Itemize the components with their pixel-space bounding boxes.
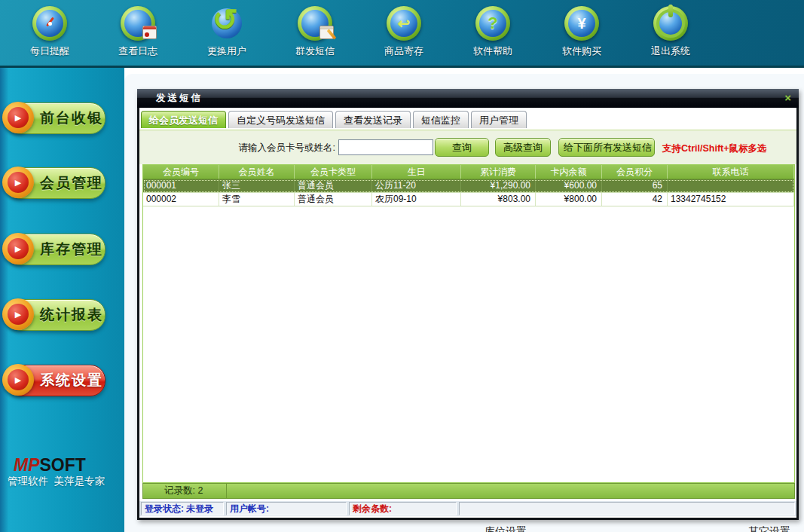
topbar-item-label: 软件帮助	[473, 44, 512, 58]
play-icon: ▶	[2, 233, 34, 264]
advanced-query-button[interactable]: 高级查询	[495, 138, 551, 157]
window-titlebar[interactable]: 发送短信 ×	[137, 89, 799, 108]
table-cell: 42	[602, 193, 668, 206]
record-count-label: 记录数: 2	[164, 485, 203, 497]
table-cell: ¥800.00	[536, 193, 602, 206]
slogan-text: 管理软件 美萍是专家	[8, 475, 105, 488]
top-toolbar: 每日提醒查看日志↺更换用户群发短信↩商品寄存?软件帮助¥软件购买退出系统	[0, 0, 804, 68]
table-cell: ¥600.00	[536, 179, 602, 192]
play-icon: ▶	[2, 364, 34, 396]
topbar-item-5[interactable]: ↩商品寄存	[370, 6, 438, 58]
search-input[interactable]	[338, 139, 433, 155]
table-cell: ¥803.00	[461, 193, 536, 206]
table-cell: 公历11-20	[372, 179, 461, 192]
sidebar-button-2[interactable]: ▶会员管理	[6, 167, 105, 199]
clock-icon	[32, 6, 67, 41]
goods-storage-icon: ↩	[387, 6, 421, 41]
topbar-item-7[interactable]: ¥软件购买	[548, 6, 616, 58]
query-button[interactable]: 查询	[435, 138, 489, 157]
table-row[interactable]: 000001张三普通会员公历11-20¥1,290.00¥600.0065	[143, 179, 794, 193]
tab-1[interactable]: 给会员发送短信	[141, 111, 226, 128]
window-content: 给会员发送短信自定义号码发送短信查看发送记录短信监控用户管理 请输入会员卡号或姓…	[139, 108, 796, 518]
table-cell: 普通会员	[295, 193, 372, 206]
table-cell: 普通会员	[295, 179, 372, 192]
bg-label-other-settings: 其它设置	[748, 525, 790, 532]
table-body: 000001张三普通会员公历11-20¥1,290.00¥600.0065000…	[143, 179, 794, 206]
sidebar-button-label: 统计报表	[40, 305, 103, 325]
topbar-item-label: 更换用户	[207, 44, 246, 58]
view-log-icon	[121, 6, 155, 41]
column-header[interactable]: 会员编号	[143, 165, 219, 179]
topbar-item-4[interactable]: 群发短信	[281, 6, 349, 58]
table-cell: 65	[602, 179, 668, 192]
power-icon	[653, 6, 688, 41]
record-bar-divider	[226, 484, 227, 498]
tab-4[interactable]: 短信监控	[413, 111, 469, 128]
status-bar: 登录状态: 未登录 用户帐号: 剩余条数:	[139, 501, 796, 516]
table-cell	[668, 179, 794, 192]
column-header[interactable]: 会员姓名	[219, 165, 295, 179]
tab-bar: 给会员发送短信自定义号码发送短信查看发送记录短信监控用户管理	[139, 108, 796, 130]
column-header[interactable]: 累计消费	[461, 165, 536, 179]
sidebar-button-label: 会员管理	[40, 173, 103, 193]
table-cell: ¥1,290.00	[461, 179, 536, 192]
play-icon: ▶	[2, 102, 34, 133]
sidebar-button-1[interactable]: ▶前台收银	[6, 102, 105, 134]
help-icon: ?	[475, 6, 510, 41]
remaining-count: 剩余条数:	[349, 502, 457, 515]
sidebar-button-5[interactable]: ▶系统设置	[6, 365, 105, 396]
send-all-button[interactable]: 给下面所有发送短信	[558, 138, 655, 157]
sidebar-button-3[interactable]: ▶库存管理	[6, 234, 105, 265]
column-header[interactable]: 联系电话	[668, 165, 794, 179]
topbar-item-6[interactable]: ?软件帮助	[459, 6, 527, 58]
sidebar: MPSOFT 管理软件 美萍是专家 ▶前台收银▶会员管理▶库存管理▶统计报表▶系…	[0, 68, 124, 532]
topbar-item-label: 每日提醒	[30, 44, 69, 58]
record-count-bar: 记录数: 2	[142, 483, 795, 499]
purchase-icon: ¥	[564, 6, 599, 41]
sidebar-button-label: 系统设置	[40, 371, 103, 390]
table-cell: 农历09-10	[372, 193, 461, 206]
topbar-item-8[interactable]: 退出系统	[637, 6, 705, 58]
topbar-item-2[interactable]: 查看日志	[104, 6, 172, 58]
tab-3[interactable]: 查看发送记录	[335, 111, 411, 128]
table-header: 会员编号会员姓名会员卡类型生日累计消费卡内余额会员积分联系电话	[143, 165, 794, 179]
topbar-item-label: 退出系统	[651, 44, 690, 58]
bg-label-storage-settings: 库位设置	[485, 525, 527, 532]
mass-sms-icon	[298, 6, 332, 41]
member-table: 会员编号会员姓名会员卡类型生日累计消费卡内余额会员积分联系电话 000001张三…	[142, 164, 795, 483]
play-icon: ▶	[2, 167, 34, 198]
sidebar-button-4[interactable]: ▶统计报表	[6, 299, 105, 331]
search-label: 请输入会员卡号或姓名:	[219, 142, 335, 154]
play-icon: ▶	[2, 298, 34, 330]
topbar-item-3[interactable]: ↺更换用户	[193, 6, 261, 58]
table-cell: 李雪	[219, 193, 295, 206]
column-header[interactable]: 生日	[372, 165, 461, 179]
column-header[interactable]: 卡内余额	[536, 165, 602, 179]
table-row[interactable]: 000002李雪普通会员农历09-10¥803.00¥800.004213342…	[143, 193, 794, 206]
status-extra	[459, 502, 795, 515]
sidebar-button-label: 前台收银	[40, 109, 103, 128]
table-cell: 000001	[143, 179, 219, 192]
user-account: 用户帐号:	[226, 502, 347, 515]
table-cell: 13342745152	[668, 193, 794, 206]
send-sms-window: 发送短信 × 给会员发送短信自定义号码发送短信查看发送记录短信监控用户管理 请输…	[137, 89, 799, 520]
table-cell: 000002	[143, 193, 219, 206]
topbar-item-label: 商品寄存	[384, 44, 423, 58]
login-status: 登录状态: 未登录	[141, 502, 224, 515]
mpsoft-logo: MPSOFT	[14, 455, 86, 475]
column-header[interactable]: 会员卡类型	[295, 165, 372, 179]
column-header[interactable]: 会员积分	[602, 165, 668, 179]
search-toolbar: 请输入会员卡号或姓名: 查询 高级查询 给下面所有发送短信 支持Ctril/Sh…	[139, 130, 796, 164]
topbar-item-1[interactable]: 每日提醒	[16, 6, 84, 58]
table-cell: 张三	[219, 179, 295, 192]
multiselect-hint: 支持Ctril/Shift+鼠标多选	[662, 142, 767, 155]
topbar-item-label: 软件购买	[562, 44, 601, 58]
topbar-item-label: 查看日志	[118, 44, 157, 58]
tab-2[interactable]: 自定义号码发送短信	[228, 111, 333, 128]
topbar-item-label: 群发短信	[295, 44, 335, 58]
sidebar-button-label: 库存管理	[40, 240, 103, 259]
window-title: 发送短信	[156, 92, 203, 105]
tab-5[interactable]: 用户管理	[471, 111, 527, 128]
switch-user-icon: ↺	[209, 6, 244, 41]
close-icon[interactable]: ×	[784, 91, 791, 105]
